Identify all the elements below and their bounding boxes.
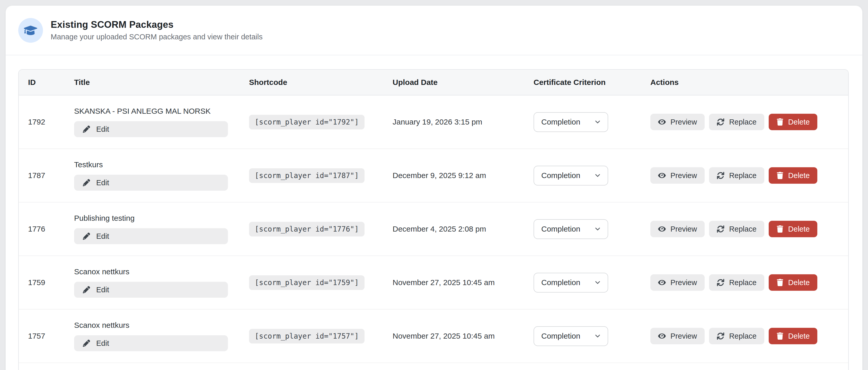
preview-button[interactable]: Preview: [650, 167, 705, 184]
cell-certificate-criterion: Completion: [524, 166, 641, 186]
preview-button[interactable]: Preview: [650, 221, 705, 237]
criterion-value: Completion: [541, 171, 580, 180]
cell-actions: Preview Replace Delete: [641, 167, 848, 184]
replace-button[interactable]: Replace: [709, 328, 764, 344]
criterion-select[interactable]: Completion: [533, 112, 608, 132]
trash-icon: [776, 225, 784, 233]
criterion-select[interactable]: Completion: [533, 166, 608, 186]
pencil-icon: [83, 126, 90, 133]
replace-label: Replace: [729, 118, 756, 126]
upload-date: December 9, 2025 9:12 am: [393, 171, 486, 180]
chevron-down-icon: [594, 332, 601, 340]
shortcode-pill: [scorm_player id="1787"]: [249, 168, 365, 183]
cell-actions: Preview Replace Delete: [641, 114, 848, 130]
table-row: 1757 Scanox nettkurs Edit [scorm_player …: [19, 310, 848, 363]
edit-button[interactable]: Edit: [74, 121, 228, 137]
replace-label: Replace: [729, 332, 756, 340]
table-row: 1759 Scanox nettkurs Edit [scorm_player …: [19, 256, 848, 310]
replace-button[interactable]: Replace: [709, 221, 764, 237]
trash-icon: [776, 172, 784, 179]
graduation-cap-icon: [24, 24, 37, 37]
replace-label: Replace: [729, 225, 756, 234]
rotate-icon: [717, 332, 724, 340]
eye-icon: [658, 225, 666, 233]
edit-button[interactable]: Edit: [74, 228, 228, 244]
edit-label: Edit: [96, 125, 109, 133]
page: { "header": { "title": "Existing SCORM P…: [0, 0, 868, 370]
pencil-icon: [83, 179, 90, 186]
cell-upload-date: December 4, 2025 2:08 pm: [383, 225, 524, 234]
packages-table: ID Title Shortcode Upload Date Certifica…: [18, 69, 849, 370]
replace-button[interactable]: Replace: [709, 167, 764, 184]
package-title: Scanox nettkurs: [74, 321, 240, 330]
cell-id: 1787: [19, 171, 65, 180]
delete-button[interactable]: Delete: [769, 328, 817, 344]
edit-button[interactable]: Edit: [74, 282, 228, 298]
delete-button[interactable]: Delete: [769, 221, 817, 237]
cell-id: 1776: [19, 225, 65, 234]
package-title: Publishing testing: [74, 214, 240, 222]
shortcode-pill: [scorm_player id="1776"]: [249, 222, 365, 237]
replace-button[interactable]: Replace: [709, 274, 764, 291]
scorm-packages-card: Existing SCORM Packages Manage your uplo…: [6, 6, 862, 370]
pencil-icon: [83, 286, 90, 293]
preview-label: Preview: [671, 118, 697, 126]
preview-label: Preview: [671, 278, 697, 287]
cell-certificate-criterion: Completion: [524, 326, 641, 346]
edit-label: Edit: [96, 286, 109, 294]
page-title: Existing SCORM Packages: [51, 19, 263, 30]
cell-upload-date: November 27, 2025 10:45 am: [383, 278, 524, 287]
upload-date: January 19, 2026 3:15 pm: [393, 118, 483, 126]
cell-id: 1792: [19, 118, 65, 126]
table-header-row: ID Title Shortcode Upload Date Certifica…: [19, 70, 848, 95]
delete-button[interactable]: Delete: [769, 274, 817, 291]
rotate-icon: [717, 225, 724, 233]
package-title: Scanox nettkurs: [74, 267, 240, 276]
chevron-down-icon: [594, 225, 601, 233]
criterion-select[interactable]: Completion: [533, 273, 608, 292]
trash-icon: [776, 279, 784, 286]
col-upload-date: Upload Date: [383, 78, 524, 87]
edit-button[interactable]: Edit: [74, 335, 228, 351]
preview-button[interactable]: Preview: [650, 328, 705, 344]
cell-title: SKANSKA - PSI ANLEGG MAL NORSK Edit: [65, 107, 240, 137]
preview-button[interactable]: Preview: [650, 274, 705, 291]
table-row: 1776 Publishing testing Edit [scorm_play…: [19, 203, 848, 256]
preview-label: Preview: [671, 172, 697, 180]
eye-icon: [658, 332, 666, 340]
scorm-badge: [18, 18, 43, 43]
rotate-icon: [717, 118, 724, 126]
trash-icon: [776, 118, 784, 126]
delete-button[interactable]: Delete: [769, 114, 817, 130]
cell-upload-date: November 27, 2025 10:45 am: [383, 332, 524, 340]
table-row: 1792 SKANSKA - PSI ANLEGG MAL NORSK Edit…: [19, 95, 848, 149]
cell-shortcode: [scorm_player id="1759"]: [240, 275, 383, 290]
edit-button[interactable]: Edit: [74, 175, 228, 191]
cell-shortcode: [scorm_player id="1776"]: [240, 222, 383, 237]
shortcode-pill: [scorm_player id="1759"]: [249, 275, 365, 290]
criterion-value: Completion: [541, 278, 580, 287]
replace-button[interactable]: Replace: [709, 114, 764, 130]
col-shortcode: Shortcode: [240, 78, 383, 87]
delete-label: Delete: [788, 172, 810, 180]
cell-id: 1759: [19, 278, 65, 287]
preview-button[interactable]: Preview: [650, 114, 705, 130]
chevron-down-icon: [594, 118, 601, 126]
cell-id: 1757: [19, 332, 65, 340]
trash-icon: [776, 333, 784, 340]
replace-label: Replace: [729, 172, 756, 180]
shortcode-pill: [scorm_player id="1792"]: [249, 115, 365, 129]
rotate-icon: [717, 172, 724, 179]
delete-button[interactable]: Delete: [769, 167, 817, 184]
package-title: Testkurs: [74, 160, 240, 169]
rotate-icon: [717, 279, 724, 286]
criterion-select[interactable]: Completion: [533, 219, 608, 239]
criterion-value: Completion: [541, 225, 580, 234]
cell-certificate-criterion: Completion: [524, 112, 641, 132]
chevron-down-icon: [594, 279, 601, 286]
replace-label: Replace: [729, 278, 756, 287]
criterion-select[interactable]: Completion: [533, 326, 608, 346]
eye-icon: [658, 172, 666, 179]
cell-shortcode: [scorm_player id="1792"]: [240, 115, 383, 129]
preview-label: Preview: [671, 225, 697, 234]
